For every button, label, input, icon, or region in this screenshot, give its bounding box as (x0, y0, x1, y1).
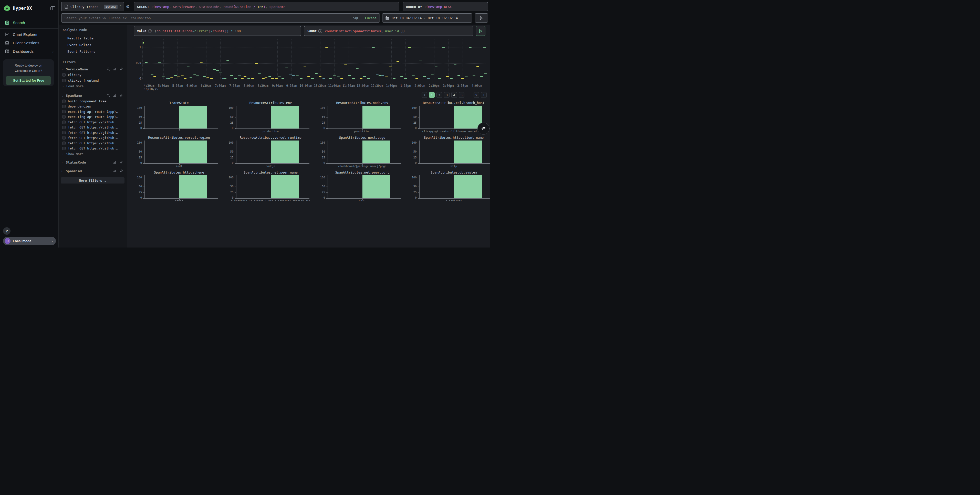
mini-chart-resourceattributes-node-env[interactable]: ResourceAttributes.node.env10050250produ… (316, 102, 407, 135)
data-point[interactable] (427, 78, 430, 79)
help-button[interactable]: ? (3, 227, 11, 235)
value-expression-input[interactable]: Value i (countIf(StatusCode='Error')/cou… (134, 26, 301, 36)
data-point[interactable] (296, 75, 299, 76)
data-point[interactable] (170, 77, 173, 78)
mini-chart-spanattributes-db-system[interactable]: SpanAttributes.db.system10050250clickhou… (408, 171, 490, 201)
data-point[interactable] (382, 75, 384, 76)
data-point[interactable] (483, 47, 486, 48)
data-point[interactable] (243, 76, 247, 77)
data-point[interactable] (300, 78, 302, 79)
data-point[interactable] (167, 78, 170, 79)
data-point[interactable] (234, 78, 237, 79)
data-point[interactable] (319, 76, 321, 77)
load-more-button[interactable]: ›Load more (62, 83, 127, 89)
bar[interactable] (454, 106, 482, 129)
data-point[interactable] (262, 78, 265, 79)
data-point[interactable] (348, 75, 351, 76)
mini-chart-resourceattribu-vercel-runtime[interactable]: ResourceAttribu...vercel.runtime10050250… (224, 136, 316, 170)
get-started-button[interactable]: Get Started for Free (6, 76, 51, 85)
data-point[interactable] (269, 76, 271, 77)
mode-lucene[interactable]: Lucene (365, 16, 377, 20)
more-filters-button[interactable]: More filters⌄ (61, 178, 124, 184)
mini-chart-spanattributes-http-scheme[interactable]: SpanAttributes.http.scheme10050250https (133, 171, 224, 201)
data-point[interactable] (461, 78, 464, 79)
checkbox[interactable] (62, 73, 65, 76)
show-more-button[interactable]: ›Show more (62, 151, 127, 157)
data-point[interactable] (415, 78, 418, 79)
data-point[interactable] (282, 78, 284, 79)
apply-metrics-button[interactable] (476, 26, 485, 36)
bar-chart-icon[interactable] (113, 169, 116, 173)
data-point[interactable] (484, 73, 487, 74)
mini-chart-spanattributes-net-peer-port[interactable]: SpanAttributes.net.peer.port100502508443 (316, 171, 407, 201)
analysis-mode-results-table[interactable]: Results Table (63, 35, 127, 41)
data-point[interactable] (304, 67, 306, 67)
filter-group-header-spanname[interactable]: ⌄SpanName (62, 92, 123, 98)
filter-group-header-servicename[interactable]: ⌄ServiceName (62, 66, 123, 72)
checkbox[interactable] (62, 79, 65, 82)
data-point[interactable] (356, 68, 359, 68)
data-point[interactable] (400, 76, 403, 77)
data-point[interactable] (337, 76, 340, 77)
data-point[interactable] (385, 76, 388, 77)
bar[interactable] (454, 175, 482, 198)
data-point[interactable] (174, 75, 177, 76)
pin-icon[interactable] (119, 67, 123, 71)
mini-chart-spanattributes-http-client-name[interactable]: SpanAttributes.http.client.name10050250h… (408, 136, 490, 170)
mini-chart-resourceattributes-vercel-region[interactable]: ResourceAttributes.vercel.region10050250… (133, 136, 224, 170)
sidebar-item-chart-explorer[interactable]: Chart Explorer (0, 30, 59, 39)
data-point[interactable] (480, 76, 483, 77)
sidebar-item-search[interactable]: Search (0, 18, 59, 27)
data-point[interactable] (193, 75, 196, 75)
data-point[interactable] (153, 76, 156, 77)
data-point[interactable] (196, 75, 199, 76)
data-point[interactable] (278, 76, 281, 77)
page-button-4[interactable]: 4 (451, 92, 457, 98)
checkbox[interactable] (62, 147, 65, 150)
page-button-1[interactable]: 1 (429, 92, 435, 98)
data-point[interactable] (465, 76, 468, 77)
bar[interactable] (454, 141, 482, 163)
data-point[interactable] (396, 61, 399, 62)
data-point[interactable] (423, 76, 426, 77)
data-point[interactable] (372, 47, 375, 48)
data-point[interactable] (435, 67, 438, 67)
data-point[interactable] (450, 78, 453, 79)
data-point[interactable] (379, 75, 382, 76)
data-point[interactable] (469, 47, 472, 48)
event-deltas-chart[interactable]: 4:30am5:00am5:30am6:00am6:30am7:00am7:30… (134, 38, 488, 91)
data-point[interactable] (419, 60, 422, 60)
data-point[interactable] (311, 78, 314, 79)
sidebar-item-dashboards[interactable]: Dashboards⌄ (0, 47, 59, 56)
bar[interactable] (271, 106, 299, 129)
data-point[interactable] (376, 75, 379, 75)
data-point[interactable] (325, 47, 328, 48)
page-button-3[interactable]: 3 (444, 92, 450, 98)
data-point[interactable] (292, 75, 295, 76)
data-point[interactable] (210, 78, 213, 79)
data-point[interactable] (340, 78, 343, 79)
checkbox[interactable] (62, 131, 65, 134)
mini-chart-resourceattributes-env[interactable]: ResourceAttributes.env10050250production (224, 102, 316, 135)
order-by-input[interactable]: ORDER BY Timestamp DESC (402, 2, 488, 11)
bar[interactable] (179, 106, 207, 129)
data-point[interactable] (438, 78, 441, 79)
page-button-5[interactable]: 5 (459, 92, 465, 98)
data-point[interactable] (453, 65, 457, 65)
bar[interactable] (363, 141, 390, 163)
bar-chart-icon[interactable] (113, 160, 116, 164)
bar-chart-icon[interactable] (113, 67, 116, 71)
data-point[interactable] (323, 78, 325, 79)
bar[interactable] (271, 141, 299, 163)
search-icon[interactable] (107, 94, 110, 97)
bar[interactable] (271, 175, 299, 198)
data-point[interactable] (265, 77, 267, 78)
data-point[interactable] (216, 70, 219, 71)
data-point[interactable] (241, 78, 243, 79)
data-point[interactable] (187, 67, 189, 67)
data-point[interactable] (255, 63, 258, 64)
data-point[interactable] (219, 72, 222, 73)
local-mode-button[interactable]: U Local mode › (3, 237, 56, 245)
pin-icon[interactable] (119, 94, 123, 97)
filter-settings-floating-button[interactable] (477, 122, 490, 135)
